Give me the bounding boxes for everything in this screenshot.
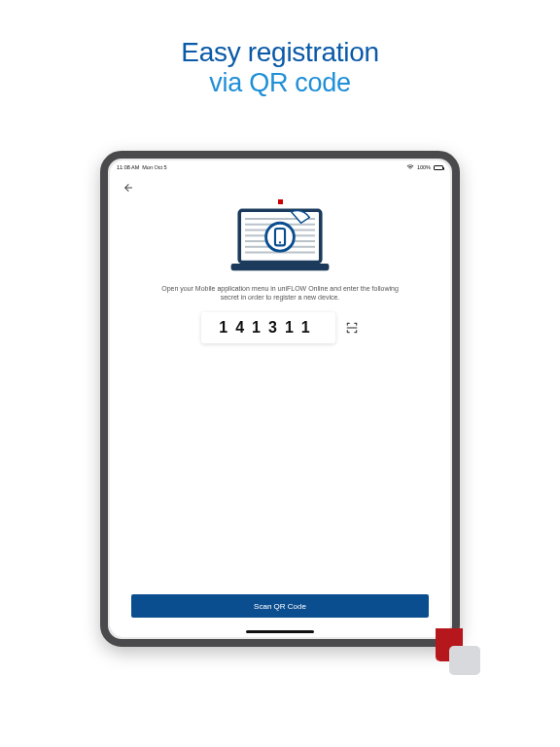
tablet-screen: 11:08 AM Mon Oct 5 100%: [110, 160, 450, 637]
qr-scan-button[interactable]: [345, 321, 359, 335]
svg-point-11: [279, 241, 281, 243]
red-indicator-icon: [278, 199, 283, 204]
status-bar-left: 11:08 AM Mon Oct 5: [117, 164, 167, 170]
arrow-left-icon: [122, 182, 134, 194]
battery-percent: 100%: [417, 164, 431, 170]
status-date: Mon Oct 5: [142, 164, 166, 170]
svg-rect-1: [231, 264, 330, 270]
nav-row: [110, 174, 450, 197]
back-button[interactable]: [122, 181, 135, 195]
home-indicator[interactable]: [246, 630, 314, 633]
status-bar-right: 100%: [406, 164, 443, 171]
status-bar: 11:08 AM Mon Oct 5 100%: [110, 160, 450, 174]
code-row: 141311: [131, 312, 429, 343]
laptop-phone-illustration: [222, 206, 338, 276]
battery-icon: [434, 165, 443, 170]
wifi-icon: [406, 164, 414, 171]
scan-qr-button-label: Scan QR Code: [254, 602, 306, 611]
scan-qr-button[interactable]: Scan QR Code: [131, 594, 429, 618]
laptop-phone-icon: [222, 206, 338, 276]
promo-line-1: Easy registration: [0, 37, 560, 68]
content-area: Open your Mobile application menu in uni…: [110, 199, 450, 343]
promo-title: Easy registration via QR code: [0, 0, 560, 98]
corner-gray-shape: [449, 646, 480, 675]
promo-line-2: via QR code: [0, 68, 560, 98]
status-time: 11:08 AM: [117, 164, 139, 170]
instruction-text: Open your Mobile application menu in uni…: [154, 284, 406, 302]
corner-decoration: [430, 628, 480, 677]
svg-point-9: [266, 223, 295, 251]
qr-scan-icon: [345, 321, 359, 335]
registration-code-display: 141311: [201, 312, 334, 343]
tablet-device-frame: 11:08 AM Mon Oct 5 100%: [100, 151, 460, 647]
svg-rect-12: [346, 327, 357, 328]
